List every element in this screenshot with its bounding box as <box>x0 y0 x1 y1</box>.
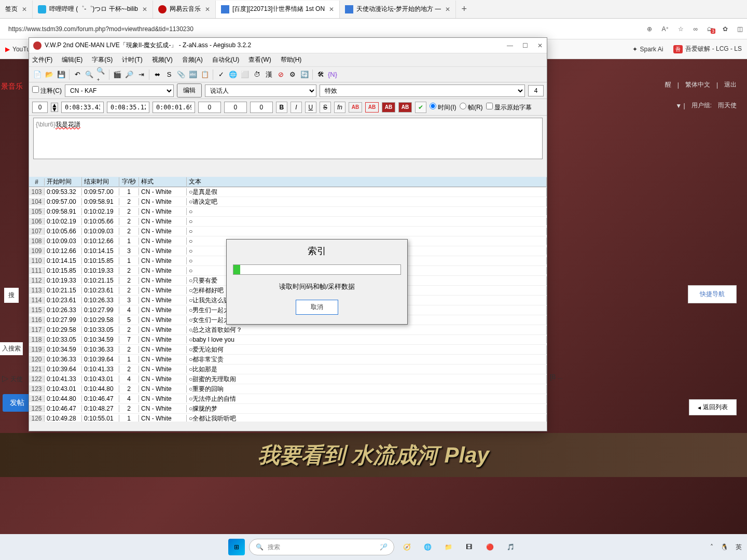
table-row[interactable]: 1250:10:46.470:10:48.272CN - White○朦胧的梦 <box>29 404 547 414</box>
copy-icon[interactable]: 📋 <box>200 69 210 80</box>
translate-icon[interactable]: 🌐 <box>228 69 238 80</box>
table-row[interactable]: 1180:10:33.050:10:34.597CN - White○baby … <box>29 335 547 345</box>
color3-button[interactable]: AB <box>382 102 395 113</box>
menu-view[interactable]: 查看(W) <box>248 55 271 64</box>
window-titlebar[interactable]: V.W.P 2nd ONE-MAN LIVE「現象II-魔女拡成-」 - Z-a… <box>29 38 547 53</box>
end-time-input[interactable] <box>107 102 149 113</box>
url-input[interactable]: https://www.tsdm39.com/forum.php?mod=vie… <box>4 23 647 35</box>
shift-icon[interactable]: ⬌ <box>152 69 162 80</box>
maximize-button[interactable]: ☐ <box>522 42 528 49</box>
tab-1[interactable]: 哔哩哔哩 (゜-゜)つロ 干杯~-bilib✕ <box>33 1 153 18</box>
menu-edit[interactable]: 编辑(E) <box>62 55 82 64</box>
margin-v-input[interactable] <box>250 102 273 113</box>
strike-button[interactable]: S <box>320 102 331 113</box>
edge-icon[interactable]: 🌐 <box>419 539 436 555</box>
table-row[interactable]: 1070:10:05.660:10:09.032CN - White○ <box>29 227 547 236</box>
system-tray[interactable]: ˄ 🐧 英 <box>710 543 742 552</box>
close-icon[interactable]: ✕ <box>205 6 210 13</box>
col-cps[interactable]: 字/秒 <box>119 177 139 186</box>
color2-button[interactable]: AB <box>365 102 379 113</box>
zoom-icon[interactable]: ⊕ <box>647 25 652 33</box>
layer-right-input[interactable] <box>528 85 544 96</box>
nav-link[interactable]: 退出 <box>724 80 737 89</box>
start-time-input[interactable] <box>61 102 104 113</box>
color1-button[interactable]: AB <box>349 102 362 113</box>
replace-icon[interactable]: 🔍₊ <box>96 69 106 80</box>
table-row[interactable]: 1220:10:41.330:10:43.014CN - White○甜蜜的无理… <box>29 374 547 384</box>
bold-button[interactable]: B <box>276 102 287 113</box>
video-icon[interactable]: 🎬 <box>112 69 122 80</box>
menu-automation[interactable]: 自动化(U) <box>212 55 240 64</box>
favorite-icon[interactable]: ☆ <box>678 25 684 33</box>
table-row[interactable]: 1050:09:58.910:10:02.192CN - White○ <box>29 207 547 217</box>
close-icon[interactable]: ✕ <box>142 6 147 13</box>
new-icon[interactable]: 📄 <box>32 69 43 80</box>
post-button[interactable]: 发帖 <box>3 394 32 412</box>
collections-icon[interactable]: 🗂3 <box>707 25 713 33</box>
gear-icon[interactable]: ⚙ <box>287 69 298 80</box>
col-style[interactable]: 样式 <box>139 177 187 186</box>
comment-checkbox[interactable]: 注释(C) <box>32 86 62 95</box>
show-original-checkbox[interactable]: 显示原始字幕 <box>486 103 532 112</box>
frame-radio[interactable]: 帧(R) <box>460 103 483 112</box>
cancel-button[interactable]: 取消 <box>296 300 338 315</box>
underline-button[interactable]: U <box>305 102 316 113</box>
time-radio[interactable]: 时间(I) <box>430 103 457 112</box>
actor-select[interactable]: 说话人 <box>205 85 316 97</box>
col-start[interactable]: 开始时间 <box>45 177 82 186</box>
table-row[interactable]: 1190:10:34.590:10:36.332CN - White○爱无论如何 <box>29 345 547 355</box>
ad-banner[interactable]: 我要看到 水流成河 Play <box>0 433 747 477</box>
col-text[interactable]: 文本 <box>187 177 547 186</box>
save-icon[interactable]: 💾 <box>56 69 66 80</box>
layer-input[interactable] <box>32 102 48 113</box>
spell-icon[interactable]: ✓ <box>216 69 226 80</box>
duration-input[interactable] <box>153 102 195 113</box>
font-icon[interactable]: 🔤 <box>188 69 198 80</box>
assist-icon[interactable]: ⊘ <box>275 69 286 80</box>
quick-nav-button[interactable]: 快捷导航 <box>688 285 737 303</box>
subtitle-text-input[interactable]: {\blur6}我是花譜 <box>33 118 543 159</box>
table-row[interactable]: 1060:10:02.190:10:05.662CN - White○ <box>29 217 547 227</box>
table-row[interactable]: 1200:10:36.330:10:39.641CN - White○都非常宝贵 <box>29 355 547 365</box>
explorer-icon-alt[interactable]: 🧭 <box>398 539 415 555</box>
aegisub-taskbar-icon[interactable]: 🎵 <box>502 539 519 555</box>
timing-icon[interactable]: ⏱ <box>252 69 262 80</box>
ime-indicator[interactable]: 英 <box>736 543 742 552</box>
close-icon[interactable]: ✕ <box>22 6 27 13</box>
reader-icon[interactable]: A⁺ <box>661 25 669 33</box>
undo-icon[interactable]: ↶ <box>72 69 82 80</box>
tab-4[interactable]: 天使动漫论坛-梦开始的地方 —✕ <box>340 1 456 18</box>
minimize-button[interactable]: — <box>507 42 513 49</box>
style-icon[interactable]: S <box>164 69 174 80</box>
table-row[interactable]: 1030:09:53.320:09:57.001CN - White○是真是假 <box>29 187 547 197</box>
margin-r-input[interactable] <box>224 102 247 113</box>
bookmark-spark[interactable]: ✦Spark Ai <box>632 46 663 53</box>
chevron-up-icon[interactable]: ˄ <box>710 543 713 551</box>
col-num[interactable]: # <box>29 178 45 186</box>
margin-l-input[interactable] <box>198 102 221 113</box>
color4-button[interactable]: AB <box>398 102 412 113</box>
media-player-icon[interactable]: 🎞 <box>461 539 477 555</box>
close-icon[interactable]: ✕ <box>329 6 334 13</box>
effect-select[interactable]: 特效 <box>320 85 525 97</box>
search-input[interactable]: 入搜索 <box>0 342 23 355</box>
menu-subtitle[interactable]: 字幕(S) <box>92 55 113 64</box>
menu-timing[interactable]: 计时(T) <box>122 55 142 64</box>
commit-button[interactable]: ✔ <box>415 102 426 113</box>
open-icon[interactable]: 📂 <box>44 69 54 80</box>
table-row[interactable]: 1210:10:39.640:10:41.332CN - White○比如那是 <box>29 365 547 374</box>
attach-icon[interactable]: 📎 <box>176 69 186 80</box>
jump-icon[interactable]: ⇥ <box>136 69 146 80</box>
qq-icon[interactable]: 🐧 <box>721 543 728 551</box>
nav-link[interactable]: 繁体中文 <box>685 80 710 89</box>
table-row[interactable]: 1240:10:44.800:10:46.474CN - White○无法停止的… <box>29 394 547 404</box>
explorer-icon[interactable]: 📁 <box>440 539 457 555</box>
style-select[interactable]: CN - KAF <box>65 85 174 97</box>
menu-help[interactable]: 帮助(H) <box>281 55 302 64</box>
resample-icon[interactable]: ⬜ <box>240 69 250 80</box>
cycle-icon[interactable]: 🔄 <box>299 69 310 80</box>
new-tab-button[interactable]: + <box>456 4 472 15</box>
font-button[interactable]: fn <box>334 102 345 113</box>
sidebar-icon[interactable]: ◫ <box>737 25 743 33</box>
edit-style-button[interactable]: 编辑 <box>177 83 202 97</box>
